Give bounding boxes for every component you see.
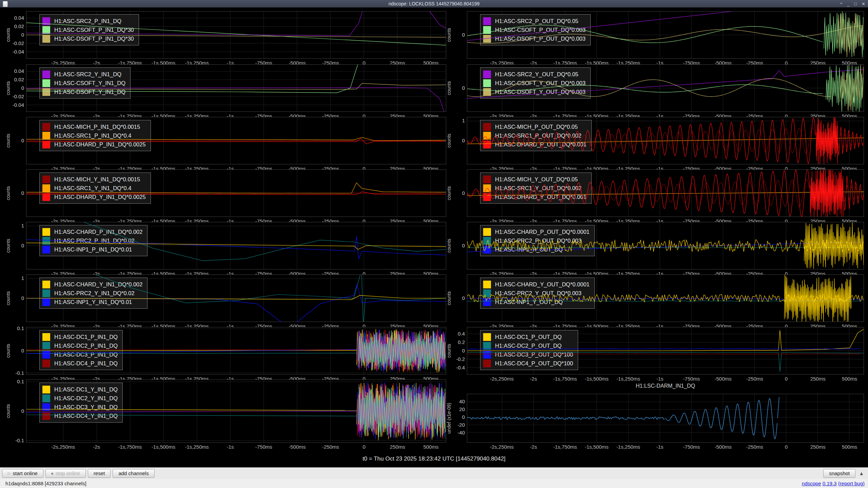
legend-swatch xyxy=(483,88,491,96)
x-tick-label: -1s xyxy=(644,376,676,382)
plot-R7[interactable]: H1:ASC-DC1_P_OUT_DQH1:ASC-DC2_P_OUT_DQH1… xyxy=(467,327,864,374)
legend-item: H1:ASC-DC1_Y_IN1_DQ xyxy=(42,385,118,394)
x-tick-label: -250ms xyxy=(738,444,771,450)
plot-L2[interactable]: H1:ASC-SRC2_Y_IN1_DQH1:ASC-CSOFT_Y_IN1_D… xyxy=(26,64,446,112)
channel-label: H1:ASC-INP1_Y_OUT_DQ xyxy=(495,299,563,305)
legend-swatch xyxy=(42,412,50,420)
channel-label: H1:ASC-DC3_Y_IN1_DQ xyxy=(54,404,118,410)
legend-item: H1:ASC-DSOFT_Y_OUT_DQ*0.003 xyxy=(483,87,586,96)
x-tick-label: -1s,500ms xyxy=(580,444,613,450)
ndscope-link[interactable]: ndscope xyxy=(802,481,821,486)
legend-swatch xyxy=(42,88,50,96)
plot-L4[interactable]: H1:ASC-MICH_Y_IN1_DQ*0.0015H1:ASC-SRC1_Y… xyxy=(26,169,446,217)
x-tick-label: -1s,250ms xyxy=(181,444,213,450)
shade-button[interactable]: ^ xyxy=(840,1,842,6)
legend-item: H1:ASC-MICH_P_IN1_DQ*0.0015 xyxy=(42,122,146,131)
plot-L3[interactable]: H1:ASC-MICH_P_IN1_DQ*0.0015H1:ASC-SRC1_P… xyxy=(26,117,446,164)
x-tick-label: -1s,750ms xyxy=(114,444,146,450)
legend: H1:ASC-SRC2_P_OUT_DQ*0.05H1:ASC-CSOFT_P_… xyxy=(480,14,591,45)
y-tick-label: 0 xyxy=(447,295,465,301)
legend: H1:ASC-MICH_Y_IN1_DQ*0.0015H1:ASC-SRC1_Y… xyxy=(39,172,151,204)
plot-R6[interactable]: H1:ASC-CHARD_Y_OUT_DQ*0.0001H1:ASC-PRC2_… xyxy=(467,274,864,322)
report-bug-link[interactable]: (report bug) xyxy=(838,481,865,486)
channel-label: H1:ASC-CHARD_P_IN1_DQ*0.002 xyxy=(54,229,142,235)
legend: H1:ASC-MICH_P_IN1_DQ*0.0015H1:ASC-SRC1_P… xyxy=(39,120,151,151)
legend: H1:ASC-DC1_P_IN1_DQH1:ASC-DC2_P_IN1_DQH1… xyxy=(39,330,123,370)
plot-R1[interactable]: H1:ASC-SRC2_P_OUT_DQ*0.05H1:ASC-CSOFT_P_… xyxy=(467,11,864,59)
t0-label: t0 = Thu Oct 23 2025 18:23:42 UTC [14452… xyxy=(0,455,868,462)
channel-label: H1:ASC-MICH_P_OUT_DQ*0.05 xyxy=(495,124,578,130)
plot-L6[interactable]: H1:ASC-CHARD_Y_IN1_DQ*0.002H1:ASC-PRC2_Y… xyxy=(26,274,446,322)
channel-label: H1:ASC-CSOFT_Y_IN1_DQ xyxy=(54,80,125,86)
close-button[interactable]: ✕ xyxy=(862,1,865,6)
ndscope-window: ndscope: LOCKLOSS 1445279040.804199 ^ _ … xyxy=(0,0,868,488)
y-tick-label: 0 xyxy=(6,32,24,38)
y-tick-label: -0.1 xyxy=(6,438,24,443)
minimize-button[interactable]: _ xyxy=(847,1,849,6)
y-tick-label: 20 xyxy=(447,406,465,412)
y-tick-label: 0 xyxy=(6,243,24,248)
collapse-panel-icon[interactable]: ▲ xyxy=(859,470,864,476)
y-tick-label: -0.04 xyxy=(6,102,24,108)
legend-swatch xyxy=(483,132,491,140)
legend: H1:ASC-SRC2_Y_IN1_DQH1:ASC-CSOFT_Y_IN1_D… xyxy=(39,67,131,99)
legend-swatch xyxy=(42,281,50,288)
y-tick-label: 0 xyxy=(447,32,465,38)
legend-swatch xyxy=(42,132,50,140)
legend-item: H1:ASC-DHARD_Y_OUT_DQ*0.001 xyxy=(483,192,587,201)
legend-item: H1:ASC-DC2_Y_IN1_DQ xyxy=(42,394,118,403)
legend-swatch xyxy=(483,360,491,367)
plot-R8[interactable] xyxy=(467,394,864,443)
y-tick-label: 0 xyxy=(447,190,465,196)
x-tick-label: 250ms xyxy=(802,444,834,450)
legend-swatch xyxy=(483,17,491,25)
legend-swatch xyxy=(483,289,491,297)
channel-label: H1:ASC-DC2_Y_IN1_DQ xyxy=(54,395,118,402)
channel-label: H1:ASC-DC2_P_OUT_DQ xyxy=(495,343,561,349)
legend-item: H1:ASC-DC2_P_IN1_DQ xyxy=(42,341,118,350)
channel-label: H1:ASC-DHARD_P_OUT_DQ*0.001 xyxy=(495,141,587,148)
start-online-button[interactable]: ▷ start online xyxy=(2,469,43,478)
channel-label: H1:ASC-DHARD_P_IN1_DQ*0.0025 xyxy=(54,141,146,148)
y-tick-label: 1 xyxy=(447,118,465,123)
channel-label: H1:ASC-SRC1_P_OUT_DQ*0.002 xyxy=(495,133,581,139)
channel-label: H1:ASC-CHARD_Y_OUT_DQ*0.0001 xyxy=(495,281,590,288)
plot-L7[interactable]: H1:ASC-DC1_P_IN1_DQH1:ASC-DC2_P_IN1_DQH1… xyxy=(26,327,446,374)
version-link[interactable]: 0.19.3 xyxy=(823,481,837,486)
plot-R4[interactable]: H1:ASC-MICH_Y_OUT_DQ*0.05H1:ASC-SRC1_Y_O… xyxy=(467,169,864,217)
legend-swatch xyxy=(483,351,491,359)
titlebar[interactable]: ndscope: LOCKLOSS 1445279040.804199 ^ _ … xyxy=(0,0,868,7)
snapshot-button[interactable]: snapshot xyxy=(823,469,855,478)
maximize-button[interactable]: □ xyxy=(854,1,857,6)
plot-L5[interactable]: H1:ASC-CHARD_P_IN1_DQ*0.002H1:ASC-PRC2_P… xyxy=(26,222,446,269)
x-tick-label: -1s,500ms xyxy=(580,376,613,382)
plot-L8[interactable]: H1:ASC-DC1_Y_IN1_DQH1:ASC-DC2_Y_IN1_DQH1… xyxy=(26,380,446,443)
channel-label: H1:ASC-DC4_Y_IN1_DQ xyxy=(54,413,118,419)
legend-swatch xyxy=(42,17,50,25)
stop-icon: ■ xyxy=(51,471,54,475)
legend: H1:ASC-CHARD_Y_OUT_DQ*0.0001H1:ASC-PRC2_… xyxy=(480,278,595,309)
y-tick-label: -0.2 xyxy=(447,356,465,362)
legend-swatch xyxy=(483,281,491,288)
channel-label: H1:ASC-DHARD_Y_OUT_DQ*0.001 xyxy=(495,194,587,200)
legend-swatch xyxy=(483,246,491,253)
x-tick-label: -1s,250ms xyxy=(612,376,645,382)
legend-item: H1:ASC-CHARD_Y_IN1_DQ*0.002 xyxy=(42,280,142,289)
toolbar: ▷ start online ■ stop online reset add c… xyxy=(0,467,868,479)
statusbar: h1daqnds1:8088 [429233 channels] ndscope… xyxy=(0,479,868,488)
legend-item: H1:ASC-SRC1_Y_OUT_DQ*0.002 xyxy=(483,184,587,192)
legend-swatch xyxy=(483,228,491,236)
legend: H1:ASC-DC1_P_OUT_DQH1:ASC-DC2_P_OUT_DQH1… xyxy=(480,330,578,370)
plot-R3[interactable]: H1:ASC-MICH_P_OUT_DQ*0.05H1:ASC-SRC1_P_O… xyxy=(467,117,864,164)
add-channels-button[interactable]: add channels xyxy=(113,469,154,478)
legend-swatch xyxy=(483,26,491,34)
legend-swatch xyxy=(42,228,50,236)
legend: H1:ASC-CHARD_P_IN1_DQ*0.002H1:ASC-PRC2_P… xyxy=(39,225,147,256)
x-tick-label: -750ms xyxy=(675,444,708,450)
legend-swatch xyxy=(483,193,491,201)
channel-label: H1:ASC-INP1_Y_IN1_DQ*0.01 xyxy=(54,299,132,305)
plot-R5[interactable]: H1:ASC-CHARD_P_OUT_DQ*0.0001H1:ASC-PRC2_… xyxy=(467,222,864,269)
reset-button[interactable]: reset xyxy=(88,469,111,478)
plot-R2[interactable]: H1:ASC-SRC2_Y_OUT_DQ*0.05H1:ASC-CSOFT_Y_… xyxy=(467,64,864,112)
plot-L1[interactable]: H1:ASC-SRC2_P_IN1_DQH1:ASC-CSOFT_P_IN1_D… xyxy=(26,11,446,59)
